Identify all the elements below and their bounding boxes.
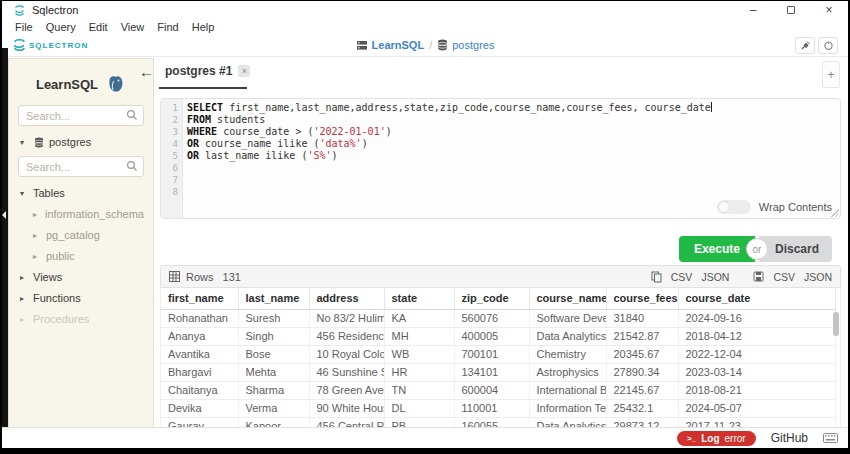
sidebar-item-information_schema[interactable]: ▸information_schema xyxy=(33,208,144,220)
caret-down-icon: ▾ xyxy=(20,138,29,147)
menu-file[interactable]: File xyxy=(15,21,33,33)
active-tab-underline xyxy=(159,87,247,89)
editor-line[interactable]: FROM students xyxy=(187,114,836,126)
sidebar-item-tables[interactable]: ▾Tables xyxy=(20,187,144,199)
sidebar-item-views[interactable]: ▸Views xyxy=(20,271,144,283)
execute-button[interactable]: Execute xyxy=(679,236,755,262)
sidebar-tree: ▾Tables▸information_schema▸pg_catalog▸pu… xyxy=(18,187,144,325)
column-header-course_name[interactable]: course_name xyxy=(529,288,606,309)
save-icon[interactable] xyxy=(753,271,764,282)
minimize-button[interactable]: – xyxy=(734,1,772,19)
sidebar-item-procedures[interactable]: ▸Procedures xyxy=(20,313,144,325)
editor-line[interactable]: OR last_name ilike ('S%') xyxy=(187,150,836,162)
wrap-contents-toggle[interactable] xyxy=(717,200,751,214)
column-header-first_name[interactable]: first_name xyxy=(161,288,238,309)
reconnect-button[interactable] xyxy=(795,37,815,54)
maximize-button[interactable] xyxy=(772,1,810,19)
menu-bar: FileQueryEditViewFindHelp xyxy=(2,19,848,34)
sidebar-item-pg_catalog[interactable]: ▸pg_catalog xyxy=(33,229,144,241)
tab-postgres-1[interactable]: postgres #1 × xyxy=(165,64,250,78)
app-header: SQLECTRON LearnSQL / xyxy=(2,34,848,57)
log-error-label: error xyxy=(725,433,746,444)
sidebar-collapse-button[interactable]: ← xyxy=(139,63,154,80)
column-header-course_fees[interactable]: course_fees xyxy=(606,288,678,309)
database-name: postgres xyxy=(49,136,91,148)
table-cell: 2023-03-14 xyxy=(678,363,835,381)
sidebar-item-label: Functions xyxy=(33,292,81,304)
postgresql-elephant-icon xyxy=(106,74,126,94)
breadcrumb-server-label: LearnSQL xyxy=(372,39,425,51)
table-cell: Mehta xyxy=(238,363,309,381)
database-search xyxy=(18,156,144,177)
close-button[interactable]: × xyxy=(810,1,848,19)
table-vertical-scrollbar[interactable] xyxy=(833,312,839,336)
breadcrumb-database[interactable]: postgres xyxy=(437,39,494,51)
server-search xyxy=(18,105,144,126)
breadcrumb-server[interactable]: LearnSQL xyxy=(356,39,425,51)
menu-edit[interactable]: Edit xyxy=(89,21,108,33)
editor-code[interactable]: SELECT first_name,last_name,address,stat… xyxy=(187,102,836,198)
keyboard-icon[interactable] xyxy=(823,433,838,443)
column-header-last_name[interactable]: last_name xyxy=(238,288,309,309)
menu-query[interactable]: Query xyxy=(46,21,76,33)
menu-view[interactable]: View xyxy=(121,21,145,33)
table-cell: 400005 xyxy=(454,327,529,345)
discard-button[interactable]: Discard xyxy=(759,236,832,262)
line-number: 8 xyxy=(161,186,182,198)
table-body: RohanathanSureshNo 83/2 Hulima...KA56007… xyxy=(161,309,835,429)
column-header-zip_code[interactable]: zip_code xyxy=(454,288,529,309)
sidebar-server-header: LearnSQL xyxy=(18,69,144,99)
editor-line[interactable] xyxy=(187,186,836,198)
log-error-button[interactable]: >_ Log error xyxy=(677,431,756,446)
logo-text: SQLECTRON xyxy=(29,41,88,50)
menu-find[interactable]: Find xyxy=(157,21,178,33)
column-header-address[interactable]: address xyxy=(309,288,384,309)
table-cell: 560076 xyxy=(454,309,529,327)
wrap-contents-label: Wrap Contents xyxy=(759,201,832,213)
editor-line[interactable]: SELECT first_name,last_name,address,stat… xyxy=(187,102,836,114)
editor-line[interactable] xyxy=(187,174,836,186)
table-cell: Information Tech... xyxy=(529,399,606,417)
table-cell: Astrophysics xyxy=(529,363,606,381)
save-json-button[interactable]: JSON xyxy=(804,271,832,283)
application-window: Sqlectron – × FileQueryEditViewFindHelp … xyxy=(0,0,850,454)
breadcrumb-separator: / xyxy=(429,39,432,51)
new-tab-button[interactable]: + xyxy=(822,61,840,88)
search-icon xyxy=(126,109,138,121)
menu-help[interactable]: Help xyxy=(192,21,215,33)
table-cell: Ananya xyxy=(161,327,238,345)
tab-close-button[interactable]: × xyxy=(238,65,250,77)
github-link[interactable]: GitHub xyxy=(771,431,808,445)
copy-icon[interactable] xyxy=(651,271,662,283)
table-cell: 22145.67 xyxy=(606,381,678,399)
sidebar-item-functions[interactable]: ▸Functions xyxy=(20,292,144,304)
editor-line[interactable]: WHERE course_date > ('2022-01-01') xyxy=(187,126,836,138)
table-cell: Chemistry xyxy=(529,345,606,363)
editor-line[interactable] xyxy=(187,162,836,174)
caret-right-icon: ▸ xyxy=(33,252,42,261)
panel-collapse-handle[interactable] xyxy=(2,211,6,219)
sidebar-item-postgres-db[interactable]: ▾ postgres xyxy=(20,136,144,148)
table-cell: 10 Royal Colony xyxy=(309,345,384,363)
sidebar-item-label: Views xyxy=(33,271,62,283)
table-cell: 2018-04-12 xyxy=(678,327,835,345)
editor-line[interactable]: OR course_name ilike ('data%') xyxy=(187,138,836,150)
line-number: 7 xyxy=(161,174,182,186)
table-cell: Devika xyxy=(161,399,238,417)
query-editor[interactable]: 12345678 SELECT first_name,last_name,add… xyxy=(160,98,841,219)
column-header-state[interactable]: state xyxy=(384,288,454,309)
table-cell: KA xyxy=(384,309,454,327)
title-bar: Sqlectron – × xyxy=(2,1,848,19)
copy-json-button[interactable]: JSON xyxy=(701,271,729,283)
row-count: 131 xyxy=(223,271,241,283)
table-cell: Software Develo... xyxy=(529,309,606,327)
table-cell: 90 White House xyxy=(309,399,384,417)
disconnect-button[interactable] xyxy=(818,37,838,54)
table-row: AnanyaSingh456 Residency R...MH400005Dat… xyxy=(161,327,835,345)
sidebar-item-public[interactable]: ▸public xyxy=(33,250,144,262)
line-number: 3 xyxy=(161,126,182,138)
save-csv-button[interactable]: CSV xyxy=(773,271,795,283)
copy-csv-button[interactable]: CSV xyxy=(671,271,693,283)
column-header-course_date[interactable]: course_date xyxy=(678,288,835,309)
editor-resize-handle[interactable] xyxy=(830,208,839,217)
